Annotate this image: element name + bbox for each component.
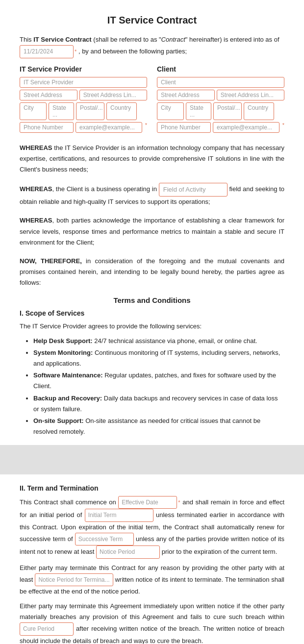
intro-bold1: IT Service Contract	[33, 36, 92, 43]
scope-intro: The IT Service Provider agrees to provid…	[20, 321, 284, 332]
provider-street2-input[interactable]: Street Address Lin...	[79, 90, 147, 100]
successive-term-input[interactable]: Successive Term	[75, 533, 134, 545]
client-column: Client Client Street Address Street Addr…	[157, 65, 284, 135]
intro-section: This IT Service Contract (shall be refer…	[20, 35, 284, 60]
provider-postal-input[interactable]: Postal/...	[76, 102, 104, 120]
provider-city-input[interactable]: City	[20, 102, 47, 120]
list-item: System Monitoring: Continuous monitoring…	[33, 347, 284, 369]
now-therefore-bold: NOW, THEREFORE,	[20, 257, 82, 265]
client-postal-input[interactable]: Postal/...	[213, 102, 242, 120]
intro-italic: Contract	[161, 36, 185, 43]
terms-title: Terms and Conditions	[20, 296, 284, 304]
list-item: Software Maintenance: Regular updates, p…	[33, 370, 284, 392]
list-item: On-site Support: On-site assistance as n…	[33, 416, 284, 437]
parties-section: IT Service Provider IT Service Provider …	[20, 65, 284, 135]
provider-name-input[interactable]: IT Service Provider	[20, 77, 147, 88]
initial-term-input[interactable]: Initial Term	[85, 509, 153, 521]
whereas1-bold: WHEREAS	[20, 144, 52, 151]
notice-period-input[interactable]: Notice Period	[96, 545, 160, 558]
intro-text1: This	[20, 36, 32, 43]
client-country-input[interactable]: Country	[244, 102, 274, 120]
provider-heading: IT Service Provider	[20, 65, 147, 73]
whereas2-bold: WHEREAS	[20, 186, 52, 193]
client-street1-input[interactable]: Street Address	[157, 90, 215, 100]
service-bold-1: Help Desk Support:	[33, 337, 93, 345]
provider-country-input[interactable]: Country	[106, 102, 137, 120]
provider-street1-input[interactable]: Street Address	[20, 90, 77, 100]
provider-email-input[interactable]: example@example...	[76, 122, 142, 133]
client-email-input[interactable]: example@example...	[213, 122, 279, 133]
client-city-input[interactable]: City	[157, 102, 184, 120]
term-para3-text1: Either party may terminate this Agreemen…	[20, 602, 284, 620]
termination-para2: Either party may terminate this Contract…	[20, 563, 284, 597]
term-para1-text1: This Contract shall commence on	[20, 498, 116, 506]
services-list: Help Desk Support: 24/7 technical assist…	[33, 336, 284, 437]
whereas1-text: the IT Service Provider is an informatio…	[20, 144, 284, 173]
intro-text4: , by and between the following parties;	[78, 48, 187, 55]
effective-date-input[interactable]: Effective Date	[118, 496, 177, 509]
client-state-input[interactable]: State ...	[186, 102, 211, 120]
client-street2-input[interactable]: Street Address Lin...	[217, 90, 284, 100]
client-heading: Client	[157, 65, 284, 73]
whereas2-text1: , the Client is a business operating in	[52, 186, 157, 193]
now-therefore-block: NOW, THEREFORE, in consideration of the …	[20, 256, 284, 288]
term-para1-text5: prior to the expiration of the current t…	[162, 548, 278, 555]
intro-text2: (shall be referred to as "	[93, 36, 161, 43]
list-item: Help Desk Support: 24/7 technical assist…	[33, 336, 284, 347]
service-text-1: 24/7 technical assistance via phone, ema…	[93, 337, 257, 345]
provider-phone-input[interactable]: Phone Number	[20, 122, 74, 133]
service-bold-5: On-site Support:	[33, 417, 84, 424]
termination-para3: Either party may terminate this Agreemen…	[20, 601, 284, 644]
client-phone-input[interactable]: Phone Number	[157, 122, 211, 133]
contract-date-input[interactable]: 11/21/2024	[20, 45, 74, 58]
provider-state-input[interactable]: State ...	[49, 102, 74, 120]
scope-section: I. Scope of Services The IT Service Prov…	[20, 309, 284, 437]
whereas3-text: , both parties acknowledge the importanc…	[20, 217, 284, 246]
termination-para1: This Contract shall commence on Effectiv…	[20, 496, 284, 559]
service-bold-4: Backup and Recovery:	[33, 395, 102, 402]
termination-section: II. Term and Termination This Contract s…	[20, 484, 284, 644]
whereas1-block: WHEREAS the IT Service Provider is an in…	[20, 143, 284, 175]
field-of-activity-input[interactable]: Field of Activity	[159, 183, 228, 197]
list-item: Backup and Recovery: Daily data backups …	[33, 393, 284, 415]
termination-heading: II. Term and Termination	[20, 484, 284, 492]
whereas3-bold: WHEREAS	[20, 217, 52, 224]
service-bold-2: System Monitoring:	[33, 349, 93, 356]
client-name-input[interactable]: Client	[157, 77, 284, 88]
provider-column: IT Service Provider IT Service Provider …	[20, 65, 147, 135]
intro-text3: " hereinafter) is entered into as of	[185, 36, 279, 43]
cure-period-input[interactable]: Cure Period	[20, 622, 74, 635]
whereas3-block: WHEREAS, both parties acknowledge the im…	[20, 215, 284, 248]
notice-termination-input[interactable]: Notice Period for Termina...	[35, 573, 113, 586]
page-title: IT Service Contract	[20, 15, 284, 26]
service-bold-3: Software Maintenance:	[33, 372, 103, 379]
whereas2-block: WHEREAS, the Client is a business operat…	[20, 183, 284, 207]
scope-heading: I. Scope of Services	[20, 309, 284, 317]
